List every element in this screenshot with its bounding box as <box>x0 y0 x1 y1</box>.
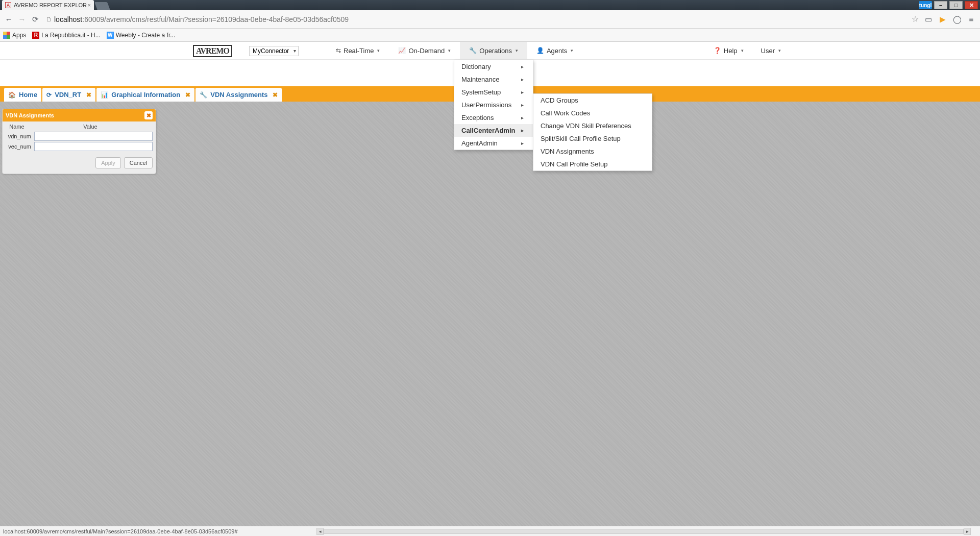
url-text: localhost:60009/avremo/cms/restful/Main?… <box>54 15 349 23</box>
bookmark-star-icon[interactable]: ☆ <box>912 14 919 24</box>
tab-close-icon[interactable]: × <box>88 2 91 8</box>
app-root: AVREMO MyConnector ⇆ Real-Time ▾ 📈 On-De… <box>0 42 980 526</box>
caret-icon: ▾ <box>741 48 744 53</box>
caret-icon: ▾ <box>778 48 781 53</box>
menubar-right: ❓ Help ▾ User ▾ <box>708 47 786 55</box>
sub-call-work-codes[interactable]: Call Work Codes <box>533 107 652 119</box>
sub-vdn-assignments[interactable]: VDN Assignments <box>533 145 652 158</box>
nav-reload-button[interactable]: ⟳ <box>31 15 40 24</box>
status-bar: localhost:60009/avremo/cms/restful/Main?… <box>0 526 980 536</box>
dialog-close-button[interactable]: ✖ <box>144 111 153 119</box>
dialog-row: vdn_num <box>6 132 153 141</box>
device-icon[interactable]: ▭ <box>924 15 933 24</box>
menu-user[interactable]: User ▾ <box>756 47 786 55</box>
menu-operations[interactable]: 🔧 Operations ▾ <box>460 42 527 59</box>
realtime-icon: ⇆ <box>336 47 341 54</box>
browser-toolbar: ← → ⟳ 🗋 localhost:60009/avremo/cms/restf… <box>0 10 980 29</box>
language-badge[interactable]: tungl <box>919 1 932 9</box>
caret-icon: ▾ <box>571 48 573 53</box>
toolbar-right: ☆ ▭ ▶ ◯ ≡ <box>912 14 976 24</box>
nav-back-button[interactable]: ← <box>4 15 13 24</box>
tab-graphical-info[interactable]: 📊 Graphical Information ✖ <box>96 88 194 102</box>
repubblica-favicon-icon: R <box>32 32 39 39</box>
connector-dropdown[interactable]: MyConnector <box>249 46 299 56</box>
extension-icon[interactable]: ◯ <box>952 15 962 24</box>
chart-icon: 📊 <box>101 91 108 99</box>
dialog-grid: Name Value vdn_num vec_num <box>3 121 156 153</box>
cancel-button[interactable]: Cancel <box>124 157 153 168</box>
sub-change-vdn-skill[interactable]: Change VDN Skill Preferences <box>533 119 652 132</box>
menu-realtime[interactable]: ⇆ Real-Time ▾ <box>327 42 389 59</box>
menu-agents[interactable]: 👤 Agents ▾ <box>527 42 582 59</box>
caret-icon: ▾ <box>516 48 518 53</box>
dialog-buttons: Apply Cancel <box>3 153 156 174</box>
refresh-icon: ⟳ <box>46 91 52 99</box>
menu-help[interactable]: ❓ Help ▾ <box>708 47 749 55</box>
dd-agentadmin[interactable]: AgentAdmin▸ <box>454 137 533 150</box>
tab-vdn-assignments[interactable]: 🔧 VDN Assignments ✖ <box>195 88 282 102</box>
nav-forward-button[interactable]: → <box>17 15 27 24</box>
scroll-left-arrow[interactable]: ◂ <box>316 528 324 535</box>
dialog-header: VDN Assignments ✖ <box>3 109 156 121</box>
field-label-vdn-num: vdn_num <box>6 133 34 139</box>
field-input-vec-num[interactable] <box>34 142 153 151</box>
submenu-arrow-icon: ▸ <box>521 64 524 69</box>
browser-menu-button[interactable]: ≡ <box>967 15 976 24</box>
submenu-arrow-icon: ▸ <box>521 77 524 82</box>
app-menubar: AVREMO MyConnector ⇆ Real-Time ▾ 📈 On-De… <box>0 42 980 60</box>
bookmark-weebly[interactable]: W Weebly - Create a fr... <box>107 32 176 39</box>
bookmark-apps[interactable]: Apps <box>3 32 26 39</box>
browser-tab[interactable]: A AVREMO REPORT EXPLOR × <box>2 0 94 10</box>
help-icon: ❓ <box>714 47 721 54</box>
browser-titlebar: A AVREMO REPORT EXPLOR × tungl – □ ✕ <box>0 0 980 10</box>
apply-button[interactable]: Apply <box>95 157 121 168</box>
dialog-header-row: Name Value <box>6 123 153 131</box>
window-close-button[interactable]: ✕ <box>965 1 978 9</box>
browser-tabs: A AVREMO REPORT EXPLOR × <box>2 0 109 10</box>
tab-home[interactable]: 🏠 Home <box>4 88 41 102</box>
app-logo: AVREMO <box>193 45 232 57</box>
window-minimize-button[interactable]: – <box>934 1 947 9</box>
window-controls: tungl – □ ✕ <box>919 1 978 9</box>
bookmarks-bar: Apps R La Repubblica.it - H... W Weebly … <box>0 29 980 42</box>
bookmark-repubblica[interactable]: R La Repubblica.it - H... <box>32 32 100 39</box>
dd-callcenteradmin[interactable]: CallCenterAdmin▸ <box>454 124 533 137</box>
dialog-title: VDN Assignments <box>6 112 54 118</box>
tab-close-icon[interactable]: ✖ <box>185 91 190 99</box>
tab-close-icon[interactable]: ✖ <box>273 91 278 99</box>
field-input-vdn-num[interactable] <box>34 132 153 141</box>
url-bar[interactable]: 🗋 localhost:60009/avremo/cms/restful/Mai… <box>44 14 902 25</box>
tab-close-icon[interactable]: ✖ <box>86 91 91 99</box>
extension-play-icon[interactable]: ▶ <box>938 15 947 24</box>
content-area: VDN Assignments ✖ Name Value vdn_num vec… <box>0 102 980 526</box>
sub-split-skill-profile[interactable]: Split/Skill Call Profile Setup <box>533 132 652 145</box>
apps-icon <box>3 32 10 39</box>
ondemand-icon: 📈 <box>398 47 406 54</box>
weebly-favicon-icon: W <box>107 32 114 39</box>
tab-vdn-rt[interactable]: ⟳ VDN_RT ✖ <box>42 88 95 102</box>
dd-exceptions[interactable]: Exceptions▸ <box>454 111 533 124</box>
window-maximize-button[interactable]: □ <box>949 1 963 9</box>
dd-systemsetup[interactable]: SystemSetup▸ <box>454 86 533 99</box>
scroll-right-arrow[interactable]: ▸ <box>964 528 971 535</box>
scroll-track[interactable] <box>324 529 964 534</box>
col-name-header: Name <box>6 124 28 130</box>
col-value-header: Value <box>28 124 153 130</box>
dd-dictionary[interactable]: Dictionary▸ <box>454 60 533 73</box>
horizontal-scrollbar[interactable]: ◂ ▸ <box>316 528 971 535</box>
menu-ondemand[interactable]: 📈 On-Demand ▾ <box>389 42 460 59</box>
dd-maintenance[interactable]: Maintenance▸ <box>454 73 533 86</box>
submenu-arrow-icon: ▸ <box>521 102 524 108</box>
sub-acd-groups[interactable]: ACD Groups <box>533 94 652 107</box>
tab-title: AVREMO REPORT EXPLOR <box>14 2 87 8</box>
vdn-assignments-dialog: VDN Assignments ✖ Name Value vdn_num vec… <box>2 109 156 174</box>
sub-vdn-call-profile[interactable]: VDN Call Profile Setup <box>533 158 652 170</box>
new-tab-button[interactable] <box>94 2 110 10</box>
operations-dropdown: Dictionary▸ Maintenance▸ SystemSetup▸ Us… <box>454 60 533 150</box>
callcenteradmin-submenu: ACD Groups Call Work Codes Change VDN Sk… <box>533 93 652 171</box>
field-label-vec-num: vec_num <box>6 143 34 150</box>
favicon-icon: A <box>5 2 11 8</box>
submenu-arrow-icon: ▸ <box>521 128 524 133</box>
dd-userpermissions[interactable]: UserPermissions▸ <box>454 99 533 111</box>
wrench-icon: 🔧 <box>200 91 207 99</box>
